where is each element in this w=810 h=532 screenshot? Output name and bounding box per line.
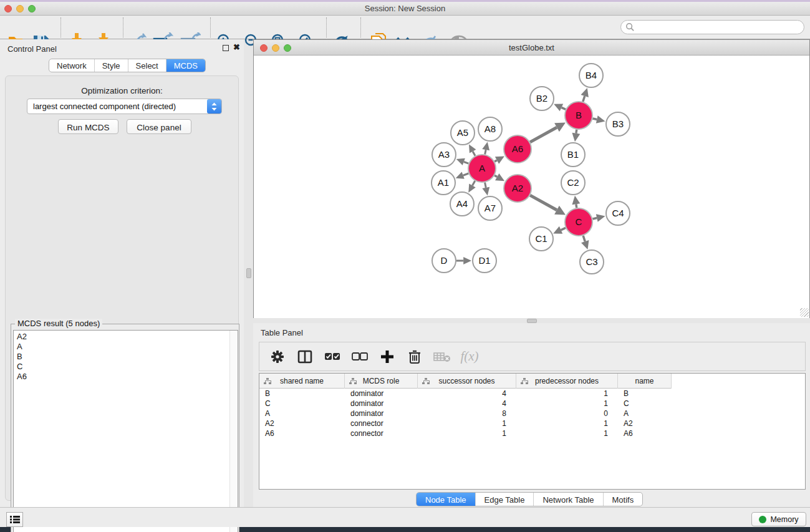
search-input[interactable]: [635, 23, 804, 32]
tab-style[interactable]: Style: [95, 59, 128, 72]
graph-node-A4[interactable]: A4: [450, 192, 474, 216]
table-row[interactable]: A6connector11A6: [259, 428, 805, 438]
tab-select[interactable]: Select: [128, 59, 166, 72]
graph-edge-A-A8[interactable]: [485, 150, 486, 154]
graph-node-D[interactable]: D: [432, 249, 456, 273]
graph-edge-arrowhead: [463, 257, 471, 264]
unselect-all-columns-icon[interactable]: [350, 347, 369, 366]
node-table[interactable]: shared nameMCDS rolesuccessor nodesprede…: [259, 373, 806, 490]
column-header-name[interactable]: name: [618, 374, 672, 389]
delete-column-trash-icon[interactable]: [405, 347, 424, 366]
svg-text:A5: A5: [457, 127, 468, 138]
network-window-titlebar[interactable]: testGlobe.txt: [254, 40, 809, 56]
graph-node-C4[interactable]: C4: [606, 201, 630, 225]
graph-edge-C-C2[interactable]: [576, 204, 577, 208]
graph-edge-A-A3[interactable]: [464, 162, 469, 163]
mcds-result-item[interactable]: B: [17, 352, 238, 362]
graph-edge-B-B2[interactable]: [561, 107, 566, 109]
vertical-splitter-handle[interactable]: [246, 268, 251, 278]
column-header-shared-name[interactable]: shared name: [259, 374, 345, 389]
tab-network-table[interactable]: Network Table: [534, 493, 603, 506]
svg-text:B2: B2: [536, 93, 547, 104]
graph-edge-A-A4[interactable]: [473, 181, 475, 185]
create-column-plus-icon[interactable]: [378, 347, 397, 366]
graph-edge-A-A5[interactable]: [473, 152, 475, 156]
svg-text:A3: A3: [438, 149, 450, 160]
column-header-MCDS-role[interactable]: MCDS role: [345, 374, 418, 389]
svg-text:A: A: [479, 163, 485, 173]
graph-node-A6[interactable]: A6: [504, 135, 531, 163]
table-row[interactable]: A2connector11A2: [259, 418, 805, 428]
table-row[interactable]: Cdominator41C: [259, 399, 805, 409]
graph-edge-arrowhead: [456, 158, 465, 165]
graph-node-A2[interactable]: A2: [504, 175, 531, 202]
horizontal-splitter-handle[interactable]: [527, 319, 537, 323]
optimization-criterion-dropdown[interactable]: largest connected component (directed): [27, 99, 222, 114]
svg-text:C1: C1: [535, 233, 547, 244]
window-title: Session: New Session: [0, 4, 810, 13]
close-panel-button[interactable]: Close panel: [127, 119, 191, 134]
graph-edge-B-B3[interactable]: [592, 118, 597, 120]
graph-edge-B-B4[interactable]: [583, 96, 585, 102]
graph-edge-A-A6[interactable]: [494, 160, 497, 162]
graph-node-A[interactable]: A: [468, 155, 496, 182]
mcds-result-item[interactable]: C: [17, 362, 238, 372]
memory-status-dot: [759, 516, 766, 523]
tab-network[interactable]: Network: [49, 59, 95, 72]
graph-node-A8[interactable]: A8: [478, 117, 502, 141]
window-resize-grip[interactable]: [800, 308, 809, 317]
run-mcds-button[interactable]: Run MCDS: [58, 119, 118, 134]
task-history-button[interactable]: [6, 512, 23, 527]
graph-node-C2[interactable]: C2: [561, 171, 585, 195]
tab-node-table[interactable]: Node Table: [417, 493, 476, 506]
graph-node-C1[interactable]: C1: [529, 227, 553, 251]
graph-node-B1[interactable]: B1: [561, 143, 585, 167]
mcds-result-item[interactable]: A: [17, 342, 238, 352]
graph-edge-B-B1[interactable]: [576, 130, 577, 133]
tab-edge-table[interactable]: Edge Table: [476, 493, 534, 506]
column-header-successor-nodes[interactable]: successor nodes: [418, 374, 516, 389]
svg-text:B4: B4: [586, 70, 597, 80]
hierarchy-icon: [349, 378, 357, 385]
table-row[interactable]: Bdominator41B: [259, 389, 805, 399]
graph-node-A5[interactable]: A5: [451, 121, 475, 145]
table-row[interactable]: Adominator80A: [259, 409, 805, 418]
show-column-panel-icon[interactable]: [296, 347, 314, 366]
graph-edge-A-A1[interactable]: [463, 173, 469, 175]
graph-node-C3[interactable]: C3: [580, 250, 604, 274]
column-header-predecessor-nodes[interactable]: predecessor nodes: [516, 374, 618, 389]
mcds-result-item[interactable]: A2: [17, 332, 238, 342]
graph-edge-A-A2[interactable]: [494, 175, 497, 177]
graph-node-A7[interactable]: A7: [478, 196, 502, 220]
close-panel-icon[interactable]: ✖: [233, 43, 240, 52]
hierarchy-icon: [521, 378, 528, 385]
mcds-result-item[interactable]: A6: [17, 372, 238, 382]
graph-edge-C-C4[interactable]: [592, 218, 597, 220]
search-field-container: [620, 20, 804, 34]
float-panel-icon[interactable]: [223, 45, 229, 51]
graph-node-A1[interactable]: A1: [432, 171, 455, 195]
select-all-columns-icon[interactable]: [323, 347, 342, 366]
mcds-result-scrollbar[interactable]: [229, 331, 238, 532]
memory-button[interactable]: Memory: [751, 512, 806, 526]
toolbar-separator: [210, 17, 211, 37]
graph-node-C[interactable]: C: [565, 208, 592, 236]
graph-edge-C-C1[interactable]: [561, 228, 566, 230]
graph-node-B[interactable]: B: [565, 102, 592, 129]
network-canvas[interactable]: B4B2BB3A8A5A6A3B1AA1C2A2A4A7C4CC1C3DD1: [254, 56, 809, 318]
graph-node-B2[interactable]: B2: [530, 87, 554, 110]
tab-mcds[interactable]: MCDS: [166, 59, 205, 72]
graph-node-D1[interactable]: D1: [473, 249, 496, 273]
table-settings-gear-icon[interactable]: [268, 347, 287, 366]
graph-node-A3[interactable]: A3: [432, 143, 456, 167]
tab-motifs[interactable]: Motifs: [604, 493, 643, 506]
graph-node-B4[interactable]: B4: [579, 64, 603, 87]
graph-node-B3[interactable]: B3: [606, 112, 630, 136]
graph-edge-C-C3[interactable]: [583, 236, 585, 241]
graph-edge-A-A7[interactable]: [485, 183, 486, 188]
mcds-result-list-container[interactable]: A2ABCA6: [13, 330, 238, 532]
graph-edge-A6-B[interactable]: [530, 127, 557, 142]
svg-text:A1: A1: [438, 177, 449, 188]
graph-edge-A2-C[interactable]: [530, 195, 557, 210]
memory-label: Memory: [770, 515, 798, 524]
